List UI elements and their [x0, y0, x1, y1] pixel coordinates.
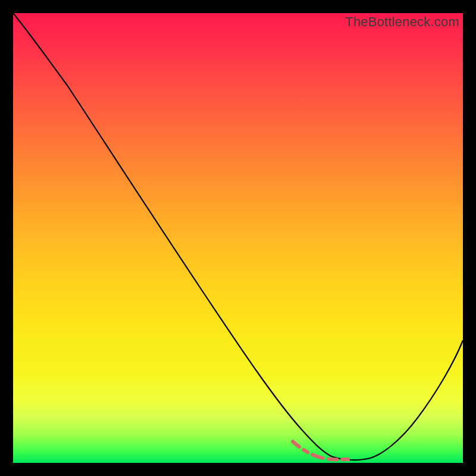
dashed-valley-path [293, 441, 385, 459]
watermark-text: TheBottleneck.com [345, 14, 459, 30]
curve-path [13, 13, 463, 460]
chart-frame: TheBottleneck.com [13, 13, 463, 463]
bottleneck-curve [13, 13, 463, 463]
